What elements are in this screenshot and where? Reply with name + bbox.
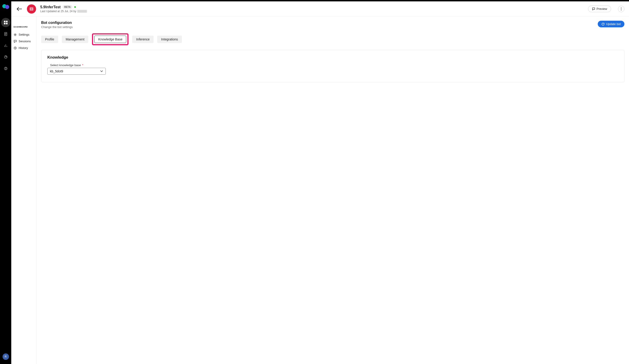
updated-author-redacted xyxy=(77,10,87,13)
sidebar-item-sessions[interactable]: Sessions xyxy=(13,38,36,45)
tab-knowledge-base[interactable]: Knowledge Base xyxy=(94,36,126,43)
gear-icon xyxy=(13,33,17,36)
rail-item-help[interactable] xyxy=(1,64,10,73)
select-value: kb_5dot9 xyxy=(50,69,100,73)
arrow-left-icon xyxy=(16,6,22,11)
rail-item-analytics[interactable] xyxy=(1,41,10,50)
tab-label: Management xyxy=(66,37,85,41)
sidebar-item-label: Sessions xyxy=(19,39,31,43)
brand-logo-icon xyxy=(2,4,9,9)
tab-label: Integrations xyxy=(161,37,178,41)
svg-rect-15 xyxy=(30,8,31,10)
avatar-initial: R xyxy=(4,355,7,358)
sidebar-item-history[interactable]: History xyxy=(13,45,36,51)
preview-button[interactable]: Preview xyxy=(588,5,611,12)
beta-pill: BETA xyxy=(63,5,73,9)
preview-label: Preview xyxy=(597,7,607,10)
bot-icon xyxy=(29,7,34,11)
chat-bubble-icon xyxy=(592,7,595,10)
svg-rect-1 xyxy=(6,21,7,22)
svg-rect-14 xyxy=(30,7,33,10)
tab-label: Profile xyxy=(45,37,54,41)
svg-rect-3 xyxy=(6,23,7,24)
tab-bar: Profile Management Knowledge Base Infere… xyxy=(41,33,625,45)
config-subtitle: Change the bot settings xyxy=(41,25,73,29)
history-icon xyxy=(13,46,17,50)
update-label: Update bot xyxy=(606,22,621,26)
chat-icon xyxy=(13,40,17,43)
required-asterisk: * xyxy=(82,63,83,67)
back-button[interactable] xyxy=(16,5,23,12)
sidebar-item-label: History xyxy=(19,46,28,50)
bar-chart-icon xyxy=(4,44,7,47)
kb-select[interactable]: kb_5dot9 xyxy=(47,68,106,75)
config-title: Bot configuration xyxy=(41,21,73,25)
tab-management[interactable]: Management xyxy=(62,36,89,43)
tab-label: Inference xyxy=(136,37,150,41)
svg-point-17 xyxy=(621,7,622,8)
document-icon xyxy=(4,32,7,36)
annotation-highlight: Knowledge Base xyxy=(92,33,129,45)
tab-profile[interactable]: Profile xyxy=(41,36,58,43)
last-updated-line: Last Updated at 25 Jul, 24 by xyxy=(40,10,87,13)
svg-point-13 xyxy=(5,69,6,70)
chevron-down-icon xyxy=(100,70,103,72)
sidebar-heading: DASHBOARD xyxy=(13,26,36,28)
updated-prefix: Last Updated at xyxy=(40,10,60,13)
svg-point-20 xyxy=(15,34,16,35)
sidebar-item-label: Settings xyxy=(19,33,29,36)
pie-chart-icon xyxy=(4,55,7,59)
svg-point-19 xyxy=(621,10,622,10)
kb-field-label: Select knowledge base * xyxy=(50,63,618,67)
refresh-icon xyxy=(601,22,605,26)
bot-avatar xyxy=(27,4,36,13)
kebab-icon xyxy=(621,7,622,10)
tab-inference[interactable]: Inference xyxy=(132,36,153,43)
svg-rect-0 xyxy=(4,21,5,22)
bot-name: 5.9InferTest xyxy=(40,5,61,9)
rail-item-docs[interactable] xyxy=(1,29,10,39)
update-bot-button[interactable]: Update bot xyxy=(598,21,625,27)
card-title: Knowledge xyxy=(47,55,618,60)
sidebar-item-settings[interactable]: Settings xyxy=(13,31,36,38)
help-icon xyxy=(4,67,7,70)
rail-item-usage[interactable] xyxy=(1,52,10,62)
svg-rect-16 xyxy=(32,8,32,10)
dashboard-sidebar: DASHBOARD Settings Sessions History xyxy=(11,16,36,364)
svg-point-18 xyxy=(621,8,622,9)
content-area: Bot configuration Change the bot setting… xyxy=(36,16,629,364)
more-menu-button[interactable] xyxy=(618,6,625,12)
user-avatar[interactable]: R xyxy=(2,354,9,360)
field-label-text: Select knowledge base xyxy=(50,63,81,67)
updated-date: 25 Jul, 24 by xyxy=(61,10,76,13)
knowledge-card: Knowledge Select knowledge base * kb_5do… xyxy=(41,50,625,82)
tab-integrations[interactable]: Integrations xyxy=(157,36,182,43)
status-dot-icon xyxy=(74,6,76,8)
rail-item-dashboard[interactable] xyxy=(1,18,10,27)
grid-icon xyxy=(4,21,7,24)
app-rail: R xyxy=(0,1,11,364)
page-header: 5.9InferTest BETA Last Updated at 25 Jul… xyxy=(11,1,629,16)
svg-rect-2 xyxy=(4,23,5,24)
title-block: 5.9InferTest BETA Last Updated at 25 Jul… xyxy=(40,5,87,13)
tab-label: Knowledge Base xyxy=(98,37,122,41)
